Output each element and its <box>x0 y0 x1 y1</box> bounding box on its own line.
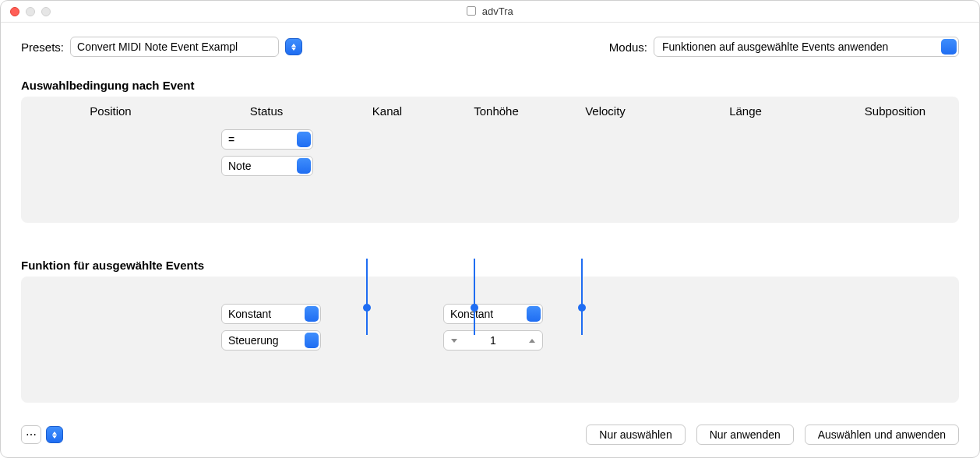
apply-only-button[interactable]: Nur anwenden <box>696 425 794 445</box>
function-panel: Konstant Steuerung Konstant <box>21 277 959 403</box>
chevron-down-icon <box>52 435 57 439</box>
condition-status-operator-value: = <box>228 133 234 146</box>
more-options-button[interactable]: ⋯ <box>21 425 41 444</box>
section-condition-title: Auswahlbedingung nach Event <box>21 79 959 92</box>
function-status-mode-select[interactable]: Konstant <box>221 304 321 324</box>
function-status-value: Steuerung <box>228 334 279 347</box>
window-title-text: advTra <box>482 5 513 17</box>
section-function-title: Funktion für ausgewählte Events <box>21 259 959 272</box>
chevron-up-icon <box>52 432 57 435</box>
document-icon <box>467 6 476 16</box>
condition-status-operator-select[interactable]: = <box>221 129 313 150</box>
column-headers: Position Status Kanal Tonhöhe Velocity L… <box>21 104 959 118</box>
window-title: advTra <box>1 5 979 17</box>
col-tonhoehe: Tonhöhe <box>442 104 551 118</box>
modus-select[interactable]: Funktionen auf ausgewählte Events anwend… <box>654 37 959 57</box>
maximize-window-button[interactable] <box>41 7 51 16</box>
modus-value: Funktionen auf ausgewählte Events anwend… <box>662 41 888 53</box>
ellipsis-icon: ⋯ <box>26 428 37 441</box>
col-status: Status <box>200 104 333 118</box>
function-status-value-select[interactable]: Steuerung <box>221 330 321 351</box>
apply-only-label: Nur anwenden <box>710 428 781 441</box>
chevron-down-icon <box>451 339 457 343</box>
col-kanal: Kanal <box>333 104 442 118</box>
col-velocity: Velocity <box>551 104 660 118</box>
more-options-menu-button[interactable] <box>46 426 63 443</box>
minimize-window-button[interactable] <box>26 7 35 16</box>
condition-panel: Position Status Kanal Tonhöhe Velocity L… <box>21 97 959 223</box>
modus-label: Modus: <box>609 41 647 54</box>
presets-label: Presets: <box>21 41 64 54</box>
select-and-apply-label: Auswählen und anwenden <box>818 428 946 441</box>
preset-name-value: Convert MIDI Note Event Exampl <box>77 41 238 53</box>
condition-status-value-select[interactable]: Note <box>221 156 313 176</box>
function-tonhoehe-value-stepper[interactable]: 1 <box>443 330 543 351</box>
select-arrows <box>305 306 319 322</box>
close-window-button[interactable] <box>10 7 19 16</box>
col-position: Position <box>21 104 200 118</box>
modus-select-arrows <box>941 39 957 55</box>
stepper-increment[interactable] <box>523 331 541 350</box>
chevron-up-icon <box>291 44 296 47</box>
select-only-label: Nur auswählen <box>599 428 672 441</box>
select-and-apply-button[interactable]: Auswählen und anwenden <box>805 425 959 445</box>
chevron-down-icon <box>291 48 296 51</box>
select-arrows <box>297 158 311 174</box>
col-laenge: Länge <box>660 104 831 118</box>
function-tonhoehe-mode-value: Konstant <box>450 308 493 320</box>
select-arrows <box>527 306 541 322</box>
function-tonhoehe-value: 1 <box>490 334 496 347</box>
function-tonhoehe-mode-select[interactable]: Konstant <box>443 304 543 324</box>
preset-menu-button[interactable] <box>285 38 302 55</box>
select-arrows <box>305 333 319 348</box>
stepper-decrement[interactable] <box>446 331 463 350</box>
function-status-mode-value: Konstant <box>228 308 271 320</box>
select-only-button[interactable]: Nur auswählen <box>586 425 685 445</box>
preset-name-field[interactable]: Convert MIDI Note Event Exampl <box>70 37 279 57</box>
condition-status-value: Note <box>228 160 252 172</box>
chevron-up-icon <box>529 339 535 343</box>
titlebar: advTra <box>1 1 979 23</box>
traffic-lights <box>1 7 51 16</box>
select-arrows <box>297 132 311 147</box>
col-subposition: Subposition <box>831 104 959 118</box>
